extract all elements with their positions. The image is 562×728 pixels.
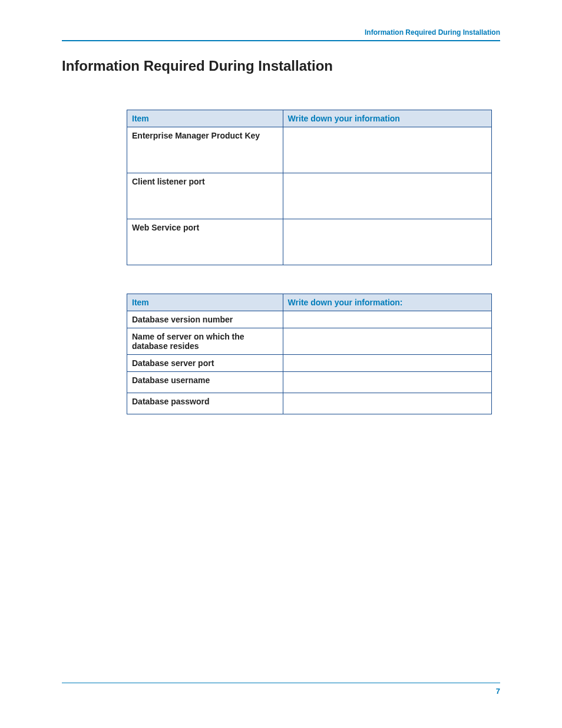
page-number: 7: [62, 687, 500, 696]
tables-container: Item Write down your information Enterpr…: [62, 110, 500, 414]
cell-item: Database server port: [127, 355, 283, 372]
cell-item: Database username: [127, 372, 283, 393]
page: Information Required During Installation…: [0, 0, 562, 728]
cell-value: [283, 393, 491, 414]
cell-value: [283, 173, 491, 219]
header-rule: [62, 40, 500, 41]
table-header-item: Item: [127, 110, 283, 127]
footer: 7: [62, 683, 500, 696]
table-ports: Item Write down your information Enterpr…: [127, 110, 492, 265]
table-header-item: Item: [127, 294, 283, 311]
table-row: Database server port: [127, 355, 492, 372]
cell-value: [283, 311, 491, 328]
table-row: Client listener port: [127, 173, 492, 219]
footer-rule: [62, 683, 500, 683]
cell-item: Name of server on which the database res…: [127, 328, 283, 355]
header-breadcrumb: Information Required During Installation: [62, 28, 500, 40]
cell-item: Database version number: [127, 311, 283, 328]
cell-value: [283, 372, 491, 393]
cell-value: [283, 219, 491, 265]
page-title: Information Required During Installation: [62, 58, 500, 74]
table-row: Database username: [127, 372, 492, 393]
table-row: Database password: [127, 393, 492, 414]
cell-value: [283, 127, 491, 173]
cell-item: Web Service port: [127, 219, 283, 265]
cell-item: Enterprise Manager Product Key: [127, 127, 283, 173]
cell-item: Client listener port: [127, 173, 283, 219]
table-row: Enterprise Manager Product Key: [127, 127, 492, 173]
table-header-info: Write down your information: [283, 110, 491, 127]
cell-item: Database password: [127, 393, 283, 414]
table-header-info: Write down your information:: [283, 294, 491, 311]
table-database: Item Write down your information: Databa…: [127, 294, 492, 414]
cell-value: [283, 328, 491, 355]
table-row: Database version number: [127, 311, 492, 328]
table-row: Web Service port: [127, 219, 492, 265]
table-row: Name of server on which the database res…: [127, 328, 492, 355]
cell-value: [283, 355, 491, 372]
